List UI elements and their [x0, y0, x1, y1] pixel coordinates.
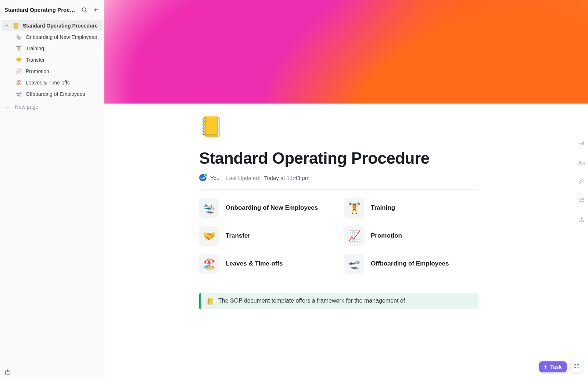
- sidebar-item-label: Standard Operating Procedure: [23, 23, 98, 29]
- sidebar-title: Standard Operating Procedure: [4, 7, 77, 13]
- card-offboarding[interactable]: 🛫 Offboarding of Employees: [344, 254, 478, 274]
- notebook-icon: 📒: [12, 23, 19, 29]
- new-page-label: New page: [15, 104, 38, 110]
- card-label: Offboarding of Employees: [371, 260, 449, 267]
- archive-icon[interactable]: [4, 369, 11, 375]
- arriving-plane-icon: 🛬: [15, 34, 22, 40]
- weightlifter-icon: 🏋️: [15, 46, 22, 51]
- card-label: Onboarding of New Employees: [226, 204, 318, 212]
- sidebar-item-label: Transfer: [26, 57, 45, 63]
- handshake-icon: 🤝: [15, 57, 22, 62]
- svg-point-16: [577, 367, 579, 369]
- departing-plane-icon: 🛫: [344, 254, 364, 274]
- author-label: You: [210, 175, 219, 181]
- sidebar-item-training[interactable]: 🏋️ Training: [1, 43, 103, 54]
- svg-point-13: [574, 364, 576, 366]
- collapse-sidebar-icon[interactable]: [92, 5, 100, 14]
- card-onboarding[interactable]: 🛬 Onboarding of New Employees: [199, 198, 333, 218]
- search-icon[interactable]: [80, 5, 89, 14]
- sidebar-item-label: Leaves & Time-offs: [26, 80, 70, 86]
- card-training[interactable]: 🏋️ Training: [344, 198, 478, 218]
- card-label: Promotion: [371, 232, 402, 239]
- doc-meta: CA You Last Updated: Today at 11:43 pm: [199, 174, 478, 181]
- sidebar-item-label: Training: [26, 46, 44, 51]
- beach-umbrella-icon: 🏖️: [199, 254, 219, 274]
- sidebar-item-promotion[interactable]: 📈 Promotion: [1, 65, 103, 77]
- card-transfer[interactable]: 🤝 Transfer: [199, 226, 333, 246]
- weightlifter-icon: 🏋️: [344, 198, 364, 218]
- handshake-icon: 🤝: [199, 226, 219, 246]
- last-updated-value: Today at 11:43 pm: [264, 175, 309, 181]
- svg-point-14: [577, 364, 579, 366]
- chart-increasing-icon: 📈: [15, 68, 22, 74]
- sidebar-item-transfer[interactable]: 🤝 Transfer: [1, 54, 103, 65]
- doc-hero-icon[interactable]: 📒: [199, 117, 478, 136]
- divider: [199, 190, 478, 190]
- apps-launcher-button[interactable]: [570, 360, 583, 372]
- sidebar-item-label: Onboarding of New Employees: [26, 34, 97, 40]
- cover-image[interactable]: [104, 0, 588, 104]
- task-button-label: Task: [550, 364, 562, 370]
- avatar[interactable]: CA: [199, 174, 207, 181]
- main-content: 📒 Standard Operating Procedure CA You La…: [104, 0, 588, 379]
- divider: [199, 282, 478, 282]
- collaborators-icon[interactable]: [578, 197, 585, 204]
- new-page-button[interactable]: New page: [0, 101, 104, 113]
- plus-icon: [5, 104, 11, 110]
- sidebar-item-root[interactable]: ▾ 📒 Standard Operating Procedure: [1, 20, 103, 31]
- expand-width-icon[interactable]: [578, 140, 585, 147]
- callout-block[interactable]: 📒 The SOP document template offers a fra…: [199, 293, 478, 309]
- sidebar-item-label: Offboarding of Employees: [26, 91, 85, 97]
- ai-assist-icon[interactable]: [578, 178, 585, 185]
- chevron-down-icon[interactable]: ▾: [4, 24, 9, 28]
- sidebar-item-leaves[interactable]: 🏖️ Leaves & Time-offs: [1, 77, 103, 88]
- svg-point-8: [580, 199, 582, 201]
- sidebar: Standard Operating Procedure ▾ 📒 Standar…: [0, 0, 104, 379]
- beach-umbrella-icon: 🏖️: [15, 80, 22, 85]
- chart-increasing-icon: 📈: [344, 226, 364, 246]
- departing-plane-icon: 🛫: [15, 91, 22, 97]
- plus-icon: [543, 364, 548, 369]
- sidebar-item-offboarding[interactable]: 🛫 Offboarding of Employees: [1, 88, 103, 100]
- svg-line-1: [85, 11, 86, 12]
- new-task-button[interactable]: Task: [539, 361, 567, 372]
- apps-grid-icon: [573, 363, 580, 369]
- card-leaves[interactable]: 🏖️ Leaves & Time-offs: [199, 254, 333, 274]
- card-label: Leaves & Time-offs: [226, 260, 283, 267]
- sidebar-item-onboarding[interactable]: 🛬 Onboarding of New Employees: [1, 31, 103, 43]
- arriving-plane-icon: 🛬: [199, 198, 219, 218]
- last-updated-label: Last Updated:: [226, 175, 260, 181]
- card-label: Transfer: [226, 232, 250, 239]
- page-title[interactable]: Standard Operating Procedure: [199, 149, 478, 167]
- svg-point-9: [582, 198, 584, 200]
- card-label: Training: [371, 204, 395, 212]
- svg-point-15: [574, 367, 576, 369]
- sidebar-item-label: Promotion: [26, 68, 49, 74]
- notebook-icon: 📒: [207, 298, 214, 305]
- card-promotion[interactable]: 📈 Promotion: [344, 226, 478, 246]
- share-icon[interactable]: [578, 216, 585, 223]
- right-rail: Aa: [578, 140, 585, 223]
- typography-icon[interactable]: Aa: [578, 159, 585, 166]
- callout-text: The SOP document template offers a frame…: [218, 297, 405, 304]
